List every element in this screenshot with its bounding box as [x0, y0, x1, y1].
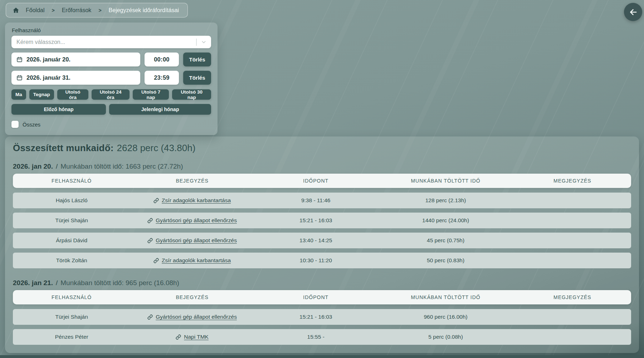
chevron-down-icon: [201, 39, 207, 45]
entry-link[interactable]: Zsír adagolók karbantartása: [162, 257, 231, 264]
link-icon: [153, 258, 159, 263]
time-cell: 9:38 - 11:46: [254, 197, 378, 204]
summary-value: 2628 perc (43.80h): [117, 143, 196, 154]
breadcrumb-item[interactable]: Főoldal: [26, 7, 44, 14]
quick-range-button[interactable]: Utolsó 7 nap: [133, 89, 169, 100]
arrow-left-icon: [629, 8, 638, 17]
table-row: Árpási Dávid Gyártósori gép állapot elle…: [13, 233, 631, 248]
quick-range-button[interactable]: Utolsó 24 óra: [92, 89, 130, 100]
table-row: Türjei Shaján Gyártósori gép állapot ell…: [13, 213, 631, 228]
entry-link[interactable]: Zsír adagolók karbantartása: [162, 197, 231, 204]
work-time-cell: 5 perc (0.08h): [378, 334, 514, 340]
column-header: MEGJEGYZÉS: [514, 294, 631, 300]
breadcrumb-separator: >: [52, 8, 54, 13]
table-row: Hajós László Zsír adagolók karbantartása…: [13, 193, 631, 208]
time-cell: 15:21 - 16:03: [254, 314, 378, 320]
work-time-cell: 50 perc (0.83h): [378, 257, 514, 264]
link-icon: [176, 334, 181, 340]
column-header: MUNKÁBAN TÖLTÖTT IDŐ: [378, 294, 514, 300]
group-work-label: Munkában töltött idő: 965 perc (16.08h): [60, 279, 179, 287]
table-header-row: FELHASZNÁLÓBEJEGYZÉSIDŐPONTMUNKÁBAN TÖLT…: [13, 174, 631, 188]
time-cell: 10:30 - 11:20: [254, 257, 378, 264]
breadcrumb-item[interactable]: Erőforrások: [62, 7, 92, 14]
table-header-row: FELHASZNÁLÓBEJEGYZÉSIDŐPONTMUNKÁBAN TÖLT…: [13, 290, 631, 304]
time-from-value: 00:00: [154, 56, 170, 63]
group-date: 2026. jan 20.: [13, 163, 53, 170]
summary: Összesített munkaidő: 2628 perc (43.80h): [13, 143, 631, 154]
table-row: Török Zoltán Zsír adagolók karbantartása…: [13, 253, 631, 268]
all-checkbox[interactable]: [11, 121, 19, 128]
date-to-value: 2026. január 31.: [26, 74, 70, 81]
user-select-placeholder: Kérem válasszon...: [16, 39, 196, 45]
results-card: Összesített munkaidő: 2628 perc (43.80h)…: [5, 136, 639, 353]
entry-cell: Napi TMK: [130, 334, 254, 340]
group-section: 2026. jan 20. / Munkában töltött idő: 16…: [13, 163, 631, 268]
clear-from-button[interactable]: Törlés: [183, 53, 211, 66]
column-header: MEGJEGYZÉS: [514, 178, 631, 184]
work-time-cell: 128 perc (2.13h): [378, 197, 514, 204]
quick-range-button[interactable]: Utolsó 30 nap: [172, 89, 211, 100]
home-icon[interactable]: [13, 7, 19, 14]
column-header: IDŐPONT: [254, 294, 378, 300]
bottom-band: [0, 355, 644, 358]
date-from-row: 2026. január 20. 00:00 Törlés: [11, 53, 211, 66]
breadcrumb-separator: >: [98, 8, 101, 13]
entry-cell: Gyártósori gép állapot ellenőrzés: [130, 217, 254, 224]
month-buttons: Előző hónap Jelenlegi hónap: [11, 104, 211, 115]
breadcrumb-items: Főoldal>Erőforrások>Bejegyzések időráfor…: [26, 7, 179, 14]
calendar-icon: [16, 56, 23, 63]
time-from-input[interactable]: 00:00: [145, 53, 179, 66]
group-separator: /: [56, 279, 58, 287]
entry-link[interactable]: Napi TMK: [184, 334, 209, 340]
group-section: 2026. jan 21. / Munkában töltött idő: 96…: [13, 279, 631, 345]
filter-panel: Felhasználó Kérem válasszon... 2026. jan…: [5, 23, 218, 135]
entry-cell: Gyártósori gép állapot ellenőrzés: [130, 314, 254, 320]
date-to-row: 2026. január 31. 23:59 Törlés: [11, 71, 211, 85]
entry-cell: Gyártósori gép állapot ellenőrzés: [130, 237, 254, 244]
groups: 2026. jan 20. / Munkában töltött idő: 16…: [13, 163, 631, 345]
clear-to-button[interactable]: Törlés: [183, 71, 211, 85]
current-month-button[interactable]: Jelenlegi hónap: [109, 104, 211, 115]
entry-link[interactable]: Gyártósori gép állapot ellenőrzés: [156, 237, 237, 244]
quick-range-button[interactable]: Utolsó óra: [57, 89, 88, 100]
group-header: 2026. jan 20. / Munkában töltött idő: 16…: [13, 163, 631, 170]
time-to-input[interactable]: 23:59: [145, 71, 179, 85]
user-cell: Árpási Dávid: [13, 237, 130, 244]
page: Főoldal>Erőforrások>Bejegyzések időráfor…: [0, 0, 644, 358]
select-divider: [196, 39, 197, 46]
entry-link[interactable]: Gyártósori gép állapot ellenőrzés: [156, 314, 237, 320]
time-cell: 13:40 - 14:25: [254, 237, 378, 244]
entry-cell: Zsír adagolók karbantartása: [130, 257, 254, 264]
entry-cell: Zsír adagolók karbantartása: [130, 197, 254, 204]
column-header: BEJEGYZÉS: [130, 294, 254, 300]
prev-month-button[interactable]: Előző hónap: [11, 104, 106, 115]
quick-range-button[interactable]: Ma: [11, 89, 26, 100]
link-icon: [153, 198, 159, 203]
column-header: IDŐPONT: [254, 178, 378, 184]
link-icon: [147, 218, 153, 223]
back-button[interactable]: [624, 3, 642, 21]
breadcrumb: Főoldal>Erőforrások>Bejegyzések időráfor…: [6, 3, 188, 18]
all-checkbox-label: Összes: [23, 121, 40, 128]
user-select[interactable]: Kérem válasszon...: [11, 36, 211, 48]
table-body: Türjei Shaján Gyártósori gép állapot ell…: [13, 309, 631, 345]
date-from-value: 2026. január 20.: [26, 56, 70, 63]
date-from-input[interactable]: 2026. január 20.: [11, 53, 140, 66]
entry-link[interactable]: Gyártósori gép állapot ellenőrzés: [156, 217, 237, 224]
column-header: FELHASZNÁLÓ: [13, 178, 130, 184]
all-checkbox-row: Összes: [11, 121, 211, 128]
work-time-cell: 960 perc (16.00h): [378, 314, 514, 320]
work-time-cell: 45 perc (0.75h): [378, 237, 514, 244]
time-to-value: 23:59: [154, 74, 170, 81]
user-label: Felhasználó: [12, 27, 211, 33]
user-cell: Türjei Shaján: [13, 217, 130, 224]
user-cell: Hajós László: [13, 197, 130, 204]
breadcrumb-item: Bejegyzések időráfordításai: [109, 7, 179, 14]
quick-ranges: MaTegnapUtolsó óraUtolsó 24 óraUtolsó 7 …: [11, 89, 211, 100]
group-header: 2026. jan 21. / Munkában töltött idő: 96…: [13, 279, 631, 287]
date-to-input[interactable]: 2026. január 31.: [11, 71, 140, 85]
group-work-label: Munkában töltött idő: 1663 perc (27.72h): [60, 163, 183, 170]
user-cell: Türjei Shaján: [13, 314, 130, 320]
quick-range-button[interactable]: Tegnap: [29, 89, 54, 100]
user-cell: Pénzes Péter: [13, 334, 130, 340]
